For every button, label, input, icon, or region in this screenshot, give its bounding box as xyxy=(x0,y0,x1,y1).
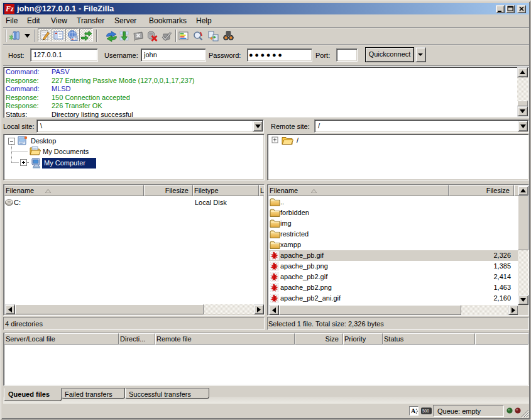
svg-text:A: A xyxy=(411,407,416,414)
svg-text:Fz: Fz xyxy=(5,4,14,13)
svg-text:500: 500 xyxy=(422,409,429,413)
